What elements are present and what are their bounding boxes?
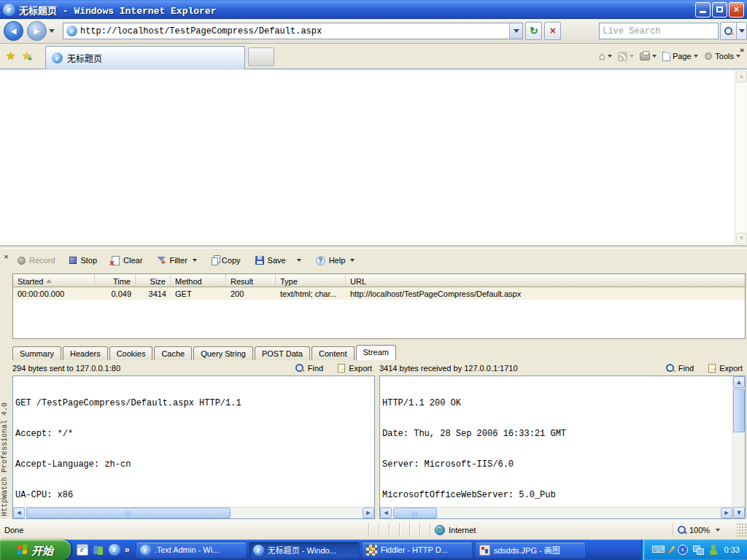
column-method[interactable]: Method bbox=[171, 274, 226, 287]
back-button[interactable]: ◄ bbox=[4, 21, 23, 41]
cell-size: 3414 bbox=[136, 289, 171, 298]
scroll-right-arrow-icon[interactable]: ► bbox=[721, 508, 732, 518]
feeds-button[interactable] bbox=[616, 50, 636, 63]
save-dropdown-icon[interactable] bbox=[297, 259, 301, 262]
response-pane-header: 3414 bytes received by 127.0.0.1:1710 Fi… bbox=[379, 360, 746, 376]
quick-launch-chevron[interactable]: » bbox=[125, 545, 130, 555]
stop-capture-button[interactable]: Stop bbox=[63, 254, 103, 267]
record-button[interactable]: Record bbox=[12, 254, 61, 267]
scrollbar-thumb[interactable] bbox=[733, 389, 745, 432]
table-row[interactable]: 00:00:00.000 0.049 3414 GET 200 text/htm… bbox=[13, 287, 745, 300]
tab-stream[interactable]: Stream bbox=[356, 345, 396, 360]
scroll-left-arrow-icon[interactable]: ◄ bbox=[380, 508, 392, 518]
clear-button[interactable]: Clear bbox=[106, 254, 148, 268]
messenger-icon[interactable] bbox=[93, 544, 104, 556]
task-label: Fiddler - HTTP D... bbox=[381, 545, 448, 554]
internet-explorer-icon[interactable]: e bbox=[109, 544, 120, 556]
pen-tray-icon[interactable] bbox=[667, 545, 675, 553]
scroll-left-arrow-icon[interactable]: ◄ bbox=[13, 508, 25, 518]
refresh-button[interactable]: ↻ bbox=[525, 22, 542, 40]
column-result[interactable]: Result bbox=[226, 274, 276, 287]
new-tab-button[interactable] bbox=[248, 47, 274, 66]
zoom-control[interactable]: 100% bbox=[673, 523, 735, 537]
response-export-button[interactable]: Export bbox=[705, 364, 746, 373]
scroll-up-arrow-icon[interactable]: ▲ bbox=[736, 71, 747, 82]
tab-headers[interactable]: Headers bbox=[63, 346, 108, 360]
print-button[interactable] bbox=[638, 51, 659, 62]
request-stream-box[interactable]: GET /TestPageCompress/Default.aspx HTTP/… bbox=[12, 376, 375, 519]
page-menu-button[interactable]: Page bbox=[660, 50, 700, 63]
help-dropdown-icon[interactable] bbox=[350, 259, 355, 262]
search-options-dropdown[interactable] bbox=[737, 22, 747, 40]
response-stream-box[interactable]: HTTP/1.1 200 OK Date: Thu, 28 Sep 2006 1… bbox=[379, 376, 746, 519]
cell-url: http://localhost/TestPageCompress/Defaul… bbox=[346, 289, 745, 298]
response-horizontal-scrollbar[interactable]: ◄ ► bbox=[380, 507, 732, 518]
task-button-paint[interactable]: sdsdds.JPG - 画图 bbox=[475, 542, 586, 559]
address-input[interactable] bbox=[80, 26, 509, 36]
quick-launch: e » bbox=[71, 544, 136, 556]
request-export-button[interactable]: Export bbox=[335, 364, 375, 373]
cell-started: 00:00:00.000 bbox=[13, 289, 95, 298]
start-label: 开始 bbox=[31, 542, 53, 558]
task-button-untitled-page[interactable]: e 无标题页 - Windo... bbox=[249, 542, 360, 559]
tab-content[interactable]: Content bbox=[311, 346, 355, 360]
request-find-button[interactable]: Find bbox=[293, 364, 326, 373]
tab-summary[interactable]: Summary bbox=[12, 346, 61, 360]
toolbar-overflow-chevron[interactable]: » bbox=[740, 45, 744, 54]
close-button[interactable]: × bbox=[729, 2, 744, 18]
zoom-dropdown-icon[interactable] bbox=[716, 529, 720, 532]
stop-button[interactable]: × bbox=[544, 22, 561, 40]
favorites-star-icon[interactable]: ★ bbox=[6, 50, 15, 63]
browser-tab[interactable]: e 无标题页 bbox=[45, 46, 245, 69]
column-size[interactable]: Size bbox=[136, 274, 171, 287]
copy-button[interactable]: Copy bbox=[206, 253, 247, 268]
add-favorite-icon[interactable]: ★+ bbox=[22, 50, 31, 63]
tab-query-string[interactable]: Query String bbox=[193, 346, 253, 360]
scroll-down-arrow-icon[interactable]: ▼ bbox=[733, 507, 745, 518]
scroll-up-arrow-icon[interactable]: ▲ bbox=[733, 376, 745, 388]
address-dropdown-button[interactable] bbox=[509, 23, 522, 39]
search-input[interactable] bbox=[603, 26, 715, 36]
language-bar-icon[interactable]: ‹ bbox=[678, 545, 688, 555]
page-vertical-scrollbar[interactable]: ▲ ▼ bbox=[735, 70, 747, 245]
address-bar[interactable]: e bbox=[63, 23, 523, 39]
start-button[interactable]: 开始 bbox=[0, 540, 71, 560]
resize-grip[interactable] bbox=[737, 523, 747, 537]
task-button-text-admin[interactable]: e .Text Admin - Wi... bbox=[136, 542, 247, 559]
scroll-right-arrow-icon[interactable]: ► bbox=[363, 508, 374, 518]
column-url[interactable]: URL bbox=[346, 274, 745, 287]
column-time[interactable]: Time bbox=[95, 274, 136, 287]
status-segment bbox=[389, 523, 399, 537]
tab-cache[interactable]: Cache bbox=[154, 346, 192, 360]
search-box[interactable] bbox=[599, 23, 719, 39]
status-text: Done bbox=[0, 526, 368, 534]
help-button[interactable]: ?Help bbox=[310, 254, 361, 268]
column-type[interactable]: Type bbox=[276, 274, 346, 287]
user-tray-icon[interactable] bbox=[709, 545, 718, 555]
network-tray-icon[interactable] bbox=[693, 545, 704, 555]
task-button-fiddler[interactable]: Fiddler - HTTP D... bbox=[362, 542, 473, 559]
column-started[interactable]: Started bbox=[13, 274, 95, 287]
filter-dropdown-icon[interactable] bbox=[193, 259, 197, 262]
search-button[interactable] bbox=[720, 22, 737, 40]
windows-flag-icon bbox=[18, 544, 28, 555]
keyboard-tray-icon[interactable]: ⌨ bbox=[651, 545, 665, 554]
restore-button[interactable] bbox=[712, 2, 727, 18]
minimize-button[interactable] bbox=[695, 2, 711, 18]
scrollbar-thumb[interactable] bbox=[26, 508, 231, 518]
tab-post-data[interactable]: POST Data bbox=[255, 346, 310, 360]
request-horizontal-scrollbar[interactable]: ◄ ► bbox=[13, 507, 374, 518]
home-button[interactable]: ⌂ bbox=[597, 50, 614, 63]
tools-menu-button[interactable]: ⚙ Tools bbox=[702, 50, 743, 63]
history-dropdown-icon[interactable] bbox=[49, 29, 55, 33]
scroll-down-arrow-icon[interactable]: ▼ bbox=[736, 233, 747, 244]
response-find-button[interactable]: Find bbox=[663, 364, 697, 373]
scrollbar-thumb[interactable] bbox=[393, 508, 437, 518]
forward-button[interactable]: ► bbox=[27, 21, 47, 41]
tab-cookies[interactable]: Cookies bbox=[109, 346, 153, 360]
quick-launch-app-icon[interactable] bbox=[77, 544, 88, 556]
httpwatch-close-button[interactable]: × bbox=[1, 253, 11, 262]
save-button[interactable]: Save bbox=[249, 254, 307, 267]
response-vertical-scrollbar[interactable]: ▲ ▼ bbox=[732, 376, 745, 518]
filter-button[interactable]: Filter bbox=[151, 254, 202, 267]
